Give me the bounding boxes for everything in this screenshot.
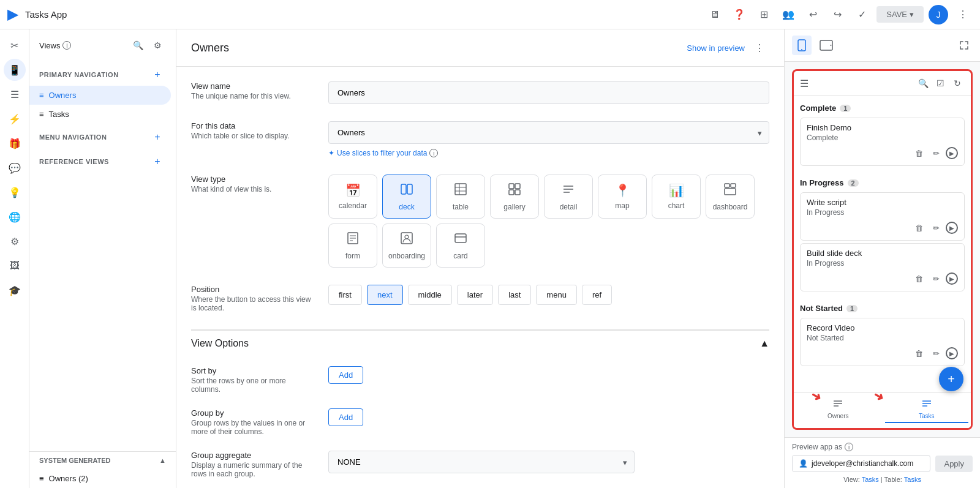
preview-edit-icon-1[interactable]: ✏ (929, 146, 943, 160)
preview-footer-table-link[interactable]: Tasks (904, 476, 921, 483)
primary-nav-header: PRIMARY NAVIGATION + (29, 61, 176, 86)
svg-rect-22 (455, 234, 466, 242)
position-later-button[interactable]: later (457, 285, 493, 305)
rail-icon-scissors[interactable]: ✂ (4, 34, 26, 56)
add-reference-views-button[interactable]: + (149, 153, 166, 170)
preview-checkbox-icon[interactable]: ☑ (933, 76, 948, 91)
view-type-form[interactable]: form (328, 223, 377, 268)
show-in-preview-button[interactable]: Show in preview (687, 43, 745, 53)
preview-hamburger-icon[interactable]: ☰ (800, 78, 809, 89)
preview-item-record-video[interactable]: Record Video Not Started 🗑 ✏ ▶ (800, 318, 965, 366)
rail-icon-globe[interactable]: 🌐 (4, 206, 26, 228)
preview-group-in-progress: In Progress 2 Write script In Progress 🗑… (794, 171, 971, 296)
view-options-header[interactable]: View Options ▲ (191, 330, 769, 356)
preview-play-btn-3[interactable]: ▶ (946, 272, 958, 285)
calendar-icon: 📅 (345, 183, 361, 198)
rail-icon-list[interactable]: ☰ (4, 83, 26, 105)
position-middle-button[interactable]: middle (408, 285, 452, 305)
rail-icon-gift[interactable]: 🎁 (4, 132, 26, 154)
preview-item-finish-demo[interactable]: Finish Demo Complete 🗑 ✏ ▶ (800, 118, 965, 166)
preview-app-as-info-icon[interactable]: i (845, 443, 853, 451)
for-this-data-label-col: For this data Which table or slice to di… (191, 121, 314, 157)
slice-info-icon[interactable]: i (429, 149, 438, 157)
redo-icon[interactable]: ↪ (827, 5, 847, 24)
preview-nav-owners[interactable]: Owners (794, 393, 883, 428)
preview-tablet-button[interactable] (816, 36, 836, 55)
view-type-dashboard[interactable]: dashboard (706, 175, 755, 219)
group-aggregate-select-wrapper: NONE (328, 451, 635, 473)
sidebar-search-icon[interactable]: 🔍 (129, 37, 146, 54)
rail-icon-cap[interactable]: 🎓 (4, 279, 26, 301)
preview-play-btn-1[interactable]: ▶ (946, 147, 958, 159)
add-menu-nav-button[interactable]: + (149, 129, 166, 146)
sidebar-item-owners[interactable]: ≡ Owners (29, 86, 171, 105)
position-first-button[interactable]: first (328, 285, 362, 305)
preview-item-write-script[interactable]: Write script In Progress 🗑 ✏ ▶ (800, 192, 965, 241)
sidebar-item-owners2[interactable]: ≡ Owners (2) (29, 469, 171, 488)
preview-delete-icon-4[interactable]: 🗑 (911, 346, 926, 361)
help-icon[interactable]: ❓ (729, 5, 749, 24)
position-sublabel: Where the button to access this view is … (191, 295, 314, 312)
add-primary-nav-button[interactable]: + (149, 66, 166, 83)
system-generated-collapse-icon[interactable]: ▲ (159, 457, 166, 464)
undo-icon[interactable]: ↩ (803, 5, 823, 24)
sidebar-settings-icon[interactable]: ⚙ (149, 37, 166, 54)
rail-icon-bulb[interactable]: 💡 (4, 181, 26, 203)
rail-icon-bubble[interactable]: 💬 (4, 157, 26, 179)
rail-icon-settings[interactable]: ⚙ (4, 230, 26, 252)
position-next-button[interactable]: next (367, 285, 403, 305)
view-type-deck[interactable]: deck (382, 175, 431, 219)
position-menu-button[interactable]: menu (536, 285, 577, 305)
preview-phone-button[interactable] (792, 36, 812, 55)
rail-icon-phone[interactable]: 📱 (4, 59, 26, 81)
preview-delete-icon-3[interactable]: 🗑 (911, 271, 926, 286)
preview-refresh-icon[interactable]: ↻ (950, 76, 965, 91)
slice-link[interactable]: ✦ Use slices to filter your data i (328, 149, 769, 157)
view-type-table[interactable]: table (436, 175, 485, 219)
rail-icon-lightning[interactable]: ⚡ (4, 108, 26, 130)
rail-icon-image[interactable]: 🖼 (4, 255, 26, 277)
sort-by-control: Add (328, 366, 769, 384)
preview-item-build-slide-deck[interactable]: Build slide deck In Progress 🗑 ✏ ▶ (800, 243, 965, 291)
sidebar-item-tasks[interactable]: ≡ Tasks (29, 105, 171, 124)
preview-search-icon[interactable]: 🔍 (916, 76, 930, 91)
check-icon[interactable]: ✓ (852, 5, 872, 24)
preview-edit-icon-4[interactable]: ✏ (929, 346, 943, 361)
monitor-icon[interactable]: 🖥 (705, 5, 725, 24)
position-ref-button[interactable]: ref (582, 285, 612, 305)
preview-delete-icon-2[interactable]: 🗑 (911, 220, 926, 235)
preview-apply-button[interactable]: Apply (935, 456, 973, 472)
grid-icon[interactable]: ⊞ (754, 5, 774, 24)
preview-delete-icon-1[interactable]: 🗑 (911, 146, 926, 160)
view-type-card[interactable]: card (436, 223, 485, 268)
people-icon[interactable]: 👥 (778, 5, 798, 24)
position-row: Position Where the button to access this… (191, 285, 769, 312)
more-menu-icon[interactable]: ⋮ (953, 5, 973, 24)
content-more-icon[interactable]: ⋮ (750, 38, 769, 58)
view-type-gallery[interactable]: gallery (490, 175, 539, 219)
save-button[interactable]: SAVE ▾ (876, 6, 924, 23)
view-name-input[interactable] (328, 81, 769, 104)
preview-nav-tasks[interactable]: Tasks (883, 393, 971, 428)
gallery-icon (508, 182, 521, 199)
preview-fab-button[interactable]: + (939, 367, 963, 391)
group-by-add-button[interactable]: Add (328, 408, 363, 426)
preview-expand-icon[interactable] (956, 37, 973, 54)
preview-footer-view-link[interactable]: Tasks (862, 476, 879, 483)
preview-edit-icon-3[interactable]: ✏ (929, 271, 943, 286)
preview-play-btn-4[interactable]: ▶ (946, 347, 958, 359)
preview-edit-icon-2[interactable]: ✏ (929, 220, 943, 235)
views-info-icon[interactable]: i (62, 41, 71, 50)
for-this-data-control: Owners ✦ Use slices to filter your data … (328, 121, 769, 157)
view-type-detail[interactable]: detail (544, 175, 593, 219)
group-aggregate-select[interactable]: NONE (328, 451, 635, 473)
view-type-chart[interactable]: 📊 chart (652, 175, 701, 219)
view-type-onboarding[interactable]: onboarding (382, 223, 431, 268)
preview-play-btn-2[interactable]: ▶ (946, 222, 958, 234)
position-last-button[interactable]: last (498, 285, 531, 305)
view-type-map[interactable]: 📍 map (598, 175, 647, 219)
sort-by-add-button[interactable]: Add (328, 366, 363, 384)
view-type-calendar[interactable]: 📅 calendar (328, 175, 377, 219)
for-this-data-select[interactable]: Owners (328, 121, 769, 144)
avatar[interactable]: J (929, 5, 948, 24)
